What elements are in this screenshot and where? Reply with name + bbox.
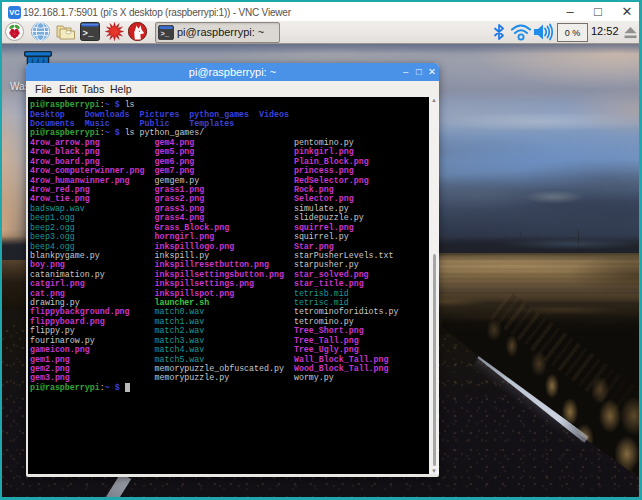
svg-text:>_: >_ xyxy=(83,29,94,39)
svg-text:>_: >_ xyxy=(160,30,169,38)
